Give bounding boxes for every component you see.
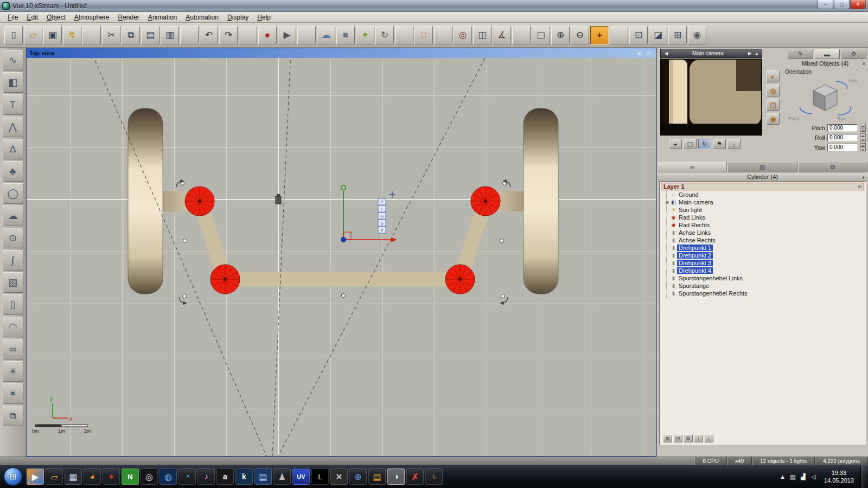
volume-icon[interactable]: ◁ (809, 473, 818, 480)
taskbar-music-app[interactable]: ♪ (197, 468, 215, 485)
object-label[interactable]: Spurstangenhebel Rechts (677, 290, 749, 297)
tab-objects[interactable]: ∞ (658, 162, 727, 172)
box-tool[interactable]: ▧ (3, 272, 23, 293)
separator[interactable] (395, 26, 413, 44)
pan-view-button[interactable]: + (669, 139, 682, 149)
camera-marker[interactable] (276, 194, 281, 204)
object-list-item[interactable]: ◉ Rad Rechts (660, 221, 865, 229)
object-label[interactable]: Rad Links (677, 214, 707, 221)
taskbar-red-app[interactable]: ✶ (103, 468, 120, 485)
tab-paint[interactable]: ✎ (788, 49, 813, 59)
sphere-button[interactable]: ◉ (767, 113, 780, 125)
field-value[interactable]: 0.000 (827, 144, 858, 151)
layer-visibility-icon[interactable]: ⊙ (857, 184, 861, 189)
copy-layer-button[interactable]: ⧉ (684, 434, 693, 442)
frame-view-button[interactable]: ⊞ (668, 26, 687, 44)
camera-collapse-button[interactable]: ▲ (754, 52, 760, 55)
rotate-view-button[interactable]: ↻ (375, 26, 394, 44)
save-file-button[interactable]: ▣ (43, 26, 62, 44)
object-label[interactable]: Achse Links (677, 229, 712, 236)
object-list-item[interactable]: ▮ Achse Links (660, 229, 865, 236)
taskbar-uv-mapper[interactable]: UV (292, 468, 310, 485)
viewport-canvas[interactable]: P L G S V y x (27, 58, 656, 456)
menu-render[interactable]: Render (113, 12, 143, 22)
move-down-button[interactable]: ↓ (704, 434, 713, 442)
menu-help[interactable]: Help (253, 12, 275, 22)
spinner-down-icon[interactable]: ▼ (860, 128, 866, 132)
measure-angle-button[interactable]: ∡ (493, 26, 511, 44)
open-file-button[interactable]: ▱ (24, 26, 42, 44)
new-layer-button[interactable]: ⊞ (663, 434, 672, 442)
render-button[interactable]: ● (258, 26, 277, 44)
save-view-button[interactable]: ↓ (727, 139, 741, 149)
close-button[interactable]: ✕ (850, 0, 866, 9)
wheel-left[interactable] (128, 108, 163, 294)
select-tool-button[interactable]: ▢ (532, 26, 550, 44)
cube-tool[interactable]: ◧ (3, 72, 23, 93)
separator[interactable] (180, 26, 199, 44)
taskbar-blue-doc[interactable]: ▤ (254, 468, 272, 485)
pivot-point-2[interactable] (471, 187, 500, 216)
spinner-up-icon[interactable]: ▲ (860, 133, 866, 137)
tab-links[interactable]: ⚙ (841, 49, 866, 59)
orientation-gizmo[interactable]: Yaw Pitch Roll (783, 75, 867, 123)
object-label[interactable]: Spurstange (677, 282, 711, 289)
select-region-button[interactable]: ▢ (684, 139, 697, 149)
spinner-up-icon[interactable]: ▲ (860, 124, 866, 127)
atmosphere-editor-button[interactable]: ☁ (317, 26, 335, 44)
tab-display[interactable]: ▥ (727, 162, 797, 172)
object-list-item[interactable]: ∴ Ground (660, 191, 865, 198)
separator[interactable] (239, 26, 257, 44)
dome-tool[interactable]: ◠ (3, 317, 23, 337)
color-options-button[interactable]: ∷ (414, 26, 433, 44)
taskbar-vue[interactable]: ◑ (387, 468, 405, 485)
taskbar-orange-doc[interactable]: ▤ (368, 468, 386, 485)
object-list-item[interactable]: ▮ Achse Rechts (660, 236, 865, 244)
pivot-point-3[interactable] (210, 265, 240, 294)
taskbar-media-player[interactable]: ▶ (27, 468, 44, 485)
separator[interactable] (297, 26, 316, 44)
paste-button[interactable]: ▤ (141, 26, 159, 44)
object-label[interactable]: Sun light (677, 207, 704, 213)
mountain-tool[interactable]: ⋀ (3, 117, 23, 137)
aim-camera-button[interactable]: ◎ (454, 26, 472, 44)
field-spinner[interactable]: ▲ ▼ (860, 133, 866, 142)
taskbar-x-app[interactable]: ✕ (330, 468, 348, 485)
field-spinner[interactable]: ▲ ▼ (860, 143, 866, 151)
object-list-item[interactable]: ▮ Spurstangenhebel Links (660, 274, 865, 282)
object-label[interactable]: Ground (677, 191, 700, 198)
prev-camera-button[interactable]: ◀ (662, 51, 670, 56)
taskbar-shiftn[interactable]: N (122, 468, 139, 485)
terrain-tool[interactable]: ∿ (3, 50, 23, 70)
copy-button[interactable]: ⧉ (122, 26, 140, 44)
taskbar-clock[interactable]: 19:33 14.05.2013 (824, 469, 854, 485)
zoom-out-button[interactable]: ⊖ (571, 26, 589, 44)
fan-tool[interactable]: ✶ (3, 383, 23, 404)
delete-layer-button[interactable]: ⊟ (673, 434, 682, 442)
viewport-title-bar[interactable]: Top view ⊞ ⊡ (27, 48, 656, 58)
separator[interactable] (610, 26, 628, 44)
separator[interactable] (82, 26, 101, 44)
object-list-item[interactable]: ◉ Rad Links (660, 214, 865, 221)
sheet-button[interactable]: ▤ (767, 99, 780, 111)
viewport-layout-icon[interactable]: ⊞ (635, 49, 644, 57)
show-hidden-icons[interactable]: ▲ (778, 473, 787, 480)
taskbar-image-tool[interactable]: ▦ (65, 468, 82, 485)
taskbar-globe-app[interactable]: ⊕ (349, 468, 367, 485)
spinner-up-icon[interactable]: ▲ (860, 143, 866, 147)
material-ball-button[interactable]: ◐ (767, 70, 780, 82)
paste-into-button[interactable]: ▥ (161, 26, 179, 44)
maximize-button[interactable]: ▢ (834, 0, 850, 9)
menu-display[interactable]: Display (223, 12, 253, 22)
new-scene-button[interactable]: ▯ (4, 26, 23, 44)
taskbar-explorer[interactable]: ▱ (46, 468, 63, 485)
object-list-item[interactable]: ▮ Drehpunkt 1 (660, 244, 865, 252)
taskbar-capture-app[interactable]: ◎ (141, 468, 158, 485)
tab-groups[interactable]: ⧉ (798, 162, 867, 172)
taskbar-gray-app[interactable]: ♟ (273, 468, 291, 485)
expander-icon[interactable]: ⊞ (664, 200, 670, 205)
next-camera-button[interactable]: ▶ (746, 51, 754, 56)
object-list-item[interactable]: ▮ Drehpunkt 2 (660, 252, 865, 259)
object-list-item[interactable]: ▮ Drehpunkt 4 (660, 267, 865, 274)
viewport-maximize-icon[interactable]: ⊡ (644, 49, 653, 57)
